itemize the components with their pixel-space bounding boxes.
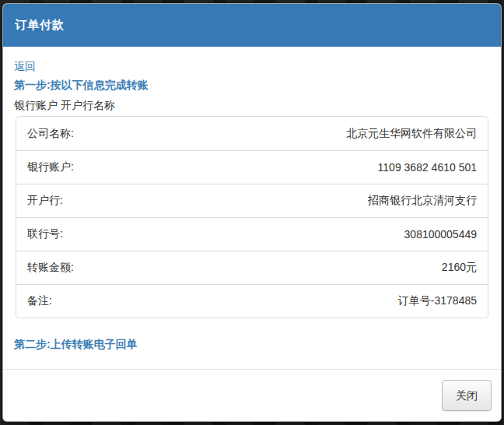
- row-value: 订单号-3178485: [398, 294, 477, 308]
- back-link[interactable]: 返回: [14, 58, 36, 74]
- step1-heading: 第一步:按以下信息完成转账: [14, 77, 490, 93]
- transfer-info-table: 公司名称: 北京元生华网软件有限公司 银行账户: 1109 3682 4610 …: [16, 116, 488, 318]
- row-label: 开户行:: [27, 194, 63, 208]
- dialog-body: 返回 第一步:按以下信息完成转账 银行账户 开户行名称 公司名称: 北京元生华网…: [3, 47, 501, 369]
- row-label: 银行账户:: [27, 160, 74, 174]
- row-value: 308100005449: [404, 228, 477, 241]
- dialog-title: 订单付款: [15, 18, 65, 33]
- bank-account-heading: 银行账户 开户行名称: [14, 97, 490, 113]
- table-row-transfer-amount: 转账金额: 2160元: [16, 251, 488, 284]
- row-label: 公司名称:: [27, 127, 74, 141]
- step2-upload-link[interactable]: 第二步:上传转账电子回单: [14, 336, 490, 352]
- table-row-bank-code: 联行号: 308100005449: [16, 217, 488, 251]
- table-row-bank-account: 银行账户: 1109 3682 4610 501: [16, 150, 488, 184]
- table-row-remark: 备注: 订单号-3178485: [16, 284, 488, 318]
- close-button[interactable]: 关闭: [442, 380, 492, 411]
- table-row-opening-bank: 开户行: 招商银行北京清河支行: [16, 184, 488, 217]
- row-label: 联行号:: [27, 227, 63, 241]
- dialog-footer: 关闭: [3, 369, 501, 421]
- row-value: 招商银行北京清河支行: [368, 194, 477, 208]
- row-label: 转账金额:: [27, 261, 74, 275]
- order-payment-dialog: 订单付款 返回 第一步:按以下信息完成转账 银行账户 开户行名称 公司名称: 北…: [2, 3, 502, 422]
- row-label: 备注:: [27, 294, 52, 308]
- row-value: 2160元: [442, 261, 477, 275]
- row-value: 1109 3682 4610 501: [378, 161, 477, 174]
- table-row-company-name: 公司名称: 北京元生华网软件有限公司: [16, 117, 488, 150]
- row-value: 北京元生华网软件有限公司: [346, 127, 477, 141]
- dialog-header: 订单付款: [3, 4, 501, 47]
